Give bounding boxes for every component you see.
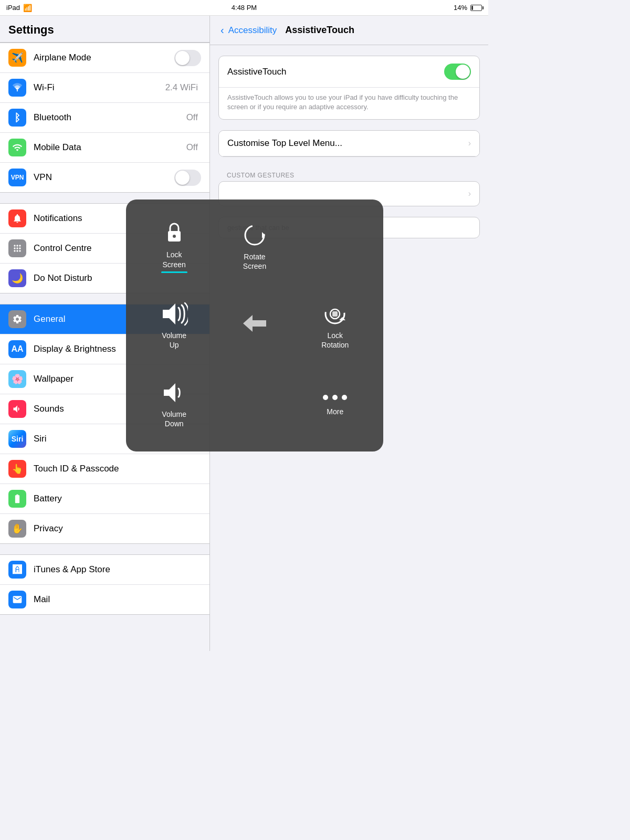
- svg-point-7: [14, 250, 15, 251]
- battery-label: Battery: [34, 494, 201, 504]
- svg-point-22: [332, 395, 338, 400]
- sidebar-item-airplane[interactable]: ✈️ Airplane Mode: [0, 43, 209, 73]
- volume-down-label: VolumeDown: [162, 410, 186, 428]
- status-left: iPad 📶: [6, 4, 32, 12]
- sidebar-item-battery[interactable]: Battery: [0, 484, 209, 514]
- svg-point-23: [342, 395, 347, 400]
- svg-point-8: [16, 250, 18, 251]
- customise-chevron-icon: ›: [468, 139, 471, 148]
- sidebar-item-mobiledata[interactable]: Mobile Data Off: [0, 133, 209, 163]
- mail-icon: [8, 591, 26, 608]
- overlay-item-more[interactable]: More: [298, 368, 373, 441]
- privacy-icon: ✋: [8, 520, 26, 538]
- settings-group-connectivity: ✈️ Airplane Mode Wi-Fi 2.4 WiFi ᛒ Blueto…: [0, 43, 209, 193]
- assistivetouch-description: AssistiveTouch allows you to use your iP…: [219, 88, 479, 119]
- mail-label: Mail: [34, 594, 201, 605]
- battery-icon: [470, 5, 482, 11]
- sidebar-item-itunes[interactable]: 🅰 iTunes & App Store: [0, 555, 209, 585]
- overlay-item-empty-bottom: [217, 368, 292, 441]
- sidebar-item-wifi[interactable]: Wi-Fi 2.4 WiFi: [0, 73, 209, 103]
- svg-point-21: [323, 395, 328, 400]
- lock-rotation-icon: [322, 301, 348, 327]
- right-panel-title: AssistiveTouch: [285, 25, 354, 36]
- overlay-item-lock-screen[interactable]: LockScreen: [136, 210, 212, 284]
- wifi-status-icon: 📶: [23, 4, 32, 12]
- svg-point-4: [14, 247, 15, 249]
- svg-point-2: [16, 245, 18, 246]
- privacy-label: Privacy: [34, 523, 201, 534]
- right-header: ‹ Accessibility AssistiveTouch: [210, 16, 488, 45]
- svg-point-9: [19, 250, 20, 251]
- bluetooth-label: Bluetooth: [34, 112, 186, 123]
- overlay-item-lock-rotation[interactable]: LockRotation: [298, 289, 373, 362]
- assistivetouch-label: AssistiveTouch: [227, 67, 444, 77]
- back-button[interactable]: Accessibility: [228, 25, 277, 36]
- sounds-icon: [8, 400, 26, 418]
- customise-label: Customise Top Level Menu...: [227, 138, 468, 149]
- back-arrow-icon: [242, 314, 267, 333]
- siri-icon: Siri: [8, 430, 26, 448]
- touchid-label: Touch ID & Passcode: [34, 464, 201, 474]
- back-chevron-icon: ‹: [220, 24, 224, 36]
- assistivetouch-card: AssistiveTouch AssistiveTouch allows you…: [218, 56, 480, 120]
- sidebar-item-mail[interactable]: Mail: [0, 585, 209, 614]
- vpn-toggle[interactable]: [174, 170, 201, 186]
- svg-rect-11: [173, 235, 176, 238]
- sidebar-item-bluetooth[interactable]: ᛒ Bluetooth Off: [0, 103, 209, 133]
- svg-point-1: [14, 245, 15, 246]
- lock-screen-label: LockScreen: [162, 250, 185, 269]
- wifi-label: Wi-Fi: [34, 82, 165, 93]
- customise-row[interactable]: Customise Top Level Menu... ›: [219, 131, 479, 156]
- custom-gestures-header: CUSTOM GESTURES: [218, 167, 480, 181]
- svg-point-0: [17, 90, 18, 92]
- device-label: iPad: [6, 4, 20, 12]
- svg-point-6: [19, 247, 20, 249]
- mobile-data-icon: [8, 139, 26, 156]
- itunes-label: iTunes & App Store: [34, 564, 201, 575]
- status-right: 14%: [454, 4, 482, 12]
- mobiledata-value: Off: [186, 142, 198, 153]
- wifi-icon: [8, 79, 26, 97]
- wallpaper-icon: 🌸: [8, 370, 26, 388]
- airplane-icon: ✈️: [8, 49, 26, 67]
- vpn-label: VPN: [34, 172, 174, 183]
- control-centre-icon: [8, 239, 26, 257]
- airplane-toggle[interactable]: [174, 50, 201, 66]
- general-icon: [8, 310, 26, 328]
- volume-up-label: VolumeUp: [162, 331, 186, 350]
- overlay-item-volume-up[interactable]: VolumeUp: [136, 289, 212, 362]
- overlay-item-back[interactable]: [217, 289, 292, 362]
- sidebar-item-touchid[interactable]: 👆 Touch ID & Passcode: [0, 454, 209, 484]
- assistivetouch-row: AssistiveTouch: [219, 56, 479, 88]
- sidebar-title: Settings: [0, 16, 209, 43]
- volume-down-icon: [162, 380, 187, 405]
- status-time: 4:48 PM: [232, 4, 257, 12]
- wifi-value: 2.4 WiFi: [165, 82, 198, 93]
- gesture-chevron-icon: ›: [468, 189, 471, 198]
- touchid-icon: 👆: [8, 460, 26, 478]
- mobiledata-label: Mobile Data: [34, 142, 186, 153]
- overlay-item-volume-down[interactable]: VolumeDown: [136, 368, 212, 441]
- settings-group-apps: 🅰 iTunes & App Store Mail: [0, 554, 209, 615]
- overlay-item-rotate-screen[interactable]: RotateScreen: [217, 210, 292, 284]
- lock-screen-icon: [164, 220, 185, 246]
- battery-percent: 14%: [454, 4, 467, 12]
- bluetooth-icon: ᛒ: [8, 109, 26, 127]
- svg-marker-14: [163, 303, 175, 324]
- more-dots-icon: [322, 392, 348, 403]
- bluetooth-value: Off: [186, 112, 198, 123]
- volume-up-icon: [161, 301, 188, 327]
- notifications-icon: [8, 209, 26, 227]
- more-label: More: [327, 407, 343, 416]
- vpn-icon: VPN: [8, 169, 26, 186]
- airplane-label: Airplane Mode: [34, 52, 174, 63]
- lock-screen-underline: [161, 271, 187, 273]
- svg-marker-15: [243, 315, 266, 332]
- assistivetouch-overlay[interactable]: LockScreen RotateScreen: [126, 200, 383, 452]
- sidebar-item-vpn[interactable]: VPN VPN: [0, 163, 209, 192]
- sidebar-item-privacy[interactable]: ✋ Privacy: [0, 514, 209, 543]
- battery-settings-icon: [8, 490, 26, 508]
- svg-point-3: [19, 245, 20, 246]
- display-icon: AA: [8, 340, 26, 358]
- assistivetouch-toggle[interactable]: [444, 64, 471, 80]
